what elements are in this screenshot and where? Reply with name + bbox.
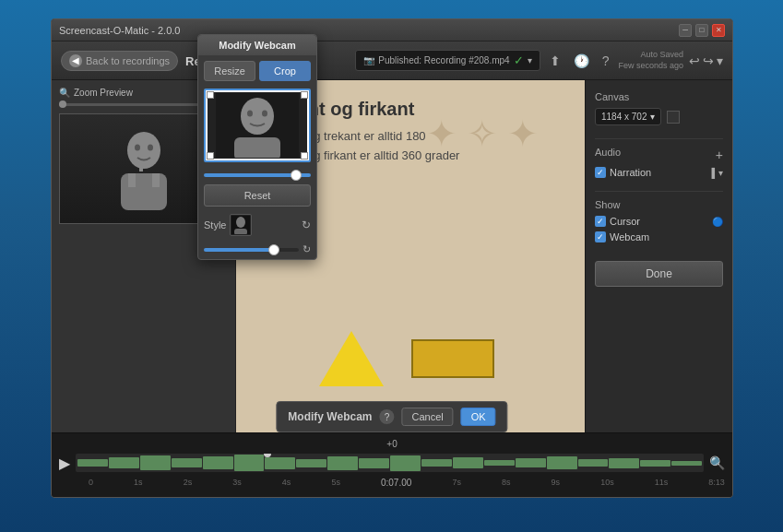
opacity-thumb	[268, 244, 279, 255]
canvas-control: 1184 x 702 ▾	[595, 108, 723, 125]
crop-handle-bl[interactable]	[207, 152, 214, 160]
ruler-mark-10s: 10s	[600, 478, 614, 488]
share-button[interactable]: ⬆	[546, 52, 564, 70]
ruler-mark-2s: 2s	[184, 478, 193, 488]
back-arrow-icon: ◀	[69, 54, 82, 67]
triangle-shape	[319, 331, 384, 386]
done-button[interactable]: Done	[595, 261, 723, 287]
wave-bar	[547, 456, 577, 469]
narration-checkbox[interactable]: ✓	[595, 167, 606, 178]
top-toolbar: ◀ Back to recordings Recording #208 📷 Pu…	[52, 41, 732, 80]
playback-controls: ▶	[52, 450, 732, 476]
webcam-row: ✓ Webcam	[595, 231, 723, 242]
svg-point-13	[236, 217, 245, 228]
published-label: Published: Recording #208.mp4	[378, 55, 509, 65]
style-label: Style	[204, 219, 226, 231]
timeline-ruler: 0 1s 2s 3s 4s 5s 0:07.00 7s 8s 9s 10s 11…	[52, 476, 732, 490]
wave-bar	[484, 460, 515, 466]
crop-tab[interactable]: Crop	[259, 61, 311, 81]
content-area: 🔍 Zoom Preview	[52, 80, 732, 432]
undo-redo-controls: ↩ ↪ ▾	[689, 53, 723, 68]
modify-webcam-dialog: Modify Webcam Resize Crop	[197, 34, 317, 260]
crop-slider-row	[198, 170, 316, 181]
narration-label: Narration	[610, 167, 705, 178]
add-audio-button[interactable]: +	[716, 148, 723, 162]
decorative-background: ✦ ✧ ✦	[426, 112, 539, 156]
window-controls: ─ □ ✕	[679, 24, 725, 37]
cursor-settings-icon[interactable]: 🔵	[712, 217, 723, 227]
bottom-dialog-bar: Modify Webcam ? Cancel OK	[276, 401, 507, 432]
ruler-mark-time: 0:07.00	[381, 478, 411, 488]
crop-handle-tr[interactable]	[301, 91, 308, 99]
redo-button[interactable]: ↪	[703, 53, 714, 68]
ruler-mark-7s: 7s	[452, 478, 461, 488]
ruler-mark-9s: 9s	[552, 478, 561, 488]
wave-bar	[516, 458, 546, 467]
help-button[interactable]: ?	[599, 52, 613, 70]
svg-point-0	[127, 132, 160, 169]
wave-bar	[77, 459, 108, 467]
ruler-mark-11s: 11s	[655, 478, 669, 488]
canvas-chevron-icon: ▾	[650, 112, 655, 122]
bottom-bar: +0 ▶	[52, 432, 732, 497]
wave-bar	[390, 455, 421, 471]
timeline-track[interactable]	[76, 454, 704, 472]
canvas-label: Canvas	[595, 91, 723, 102]
wave-bar	[609, 458, 639, 468]
crop-slider[interactable]	[204, 173, 311, 177]
minimize-button[interactable]: ─	[679, 24, 692, 37]
opacity-slider[interactable]	[204, 248, 299, 252]
person-avatar	[112, 127, 176, 210]
canvas-size-dropdown[interactable]: 1184 x 702 ▾	[595, 108, 661, 125]
dialog-title: Modify Webcam	[198, 35, 316, 55]
dialog-tabs: Resize Crop	[198, 55, 316, 81]
divider-1	[595, 138, 723, 139]
narration-expand-icon[interactable]: ▾	[718, 168, 723, 178]
canvas-checkbox[interactable]	[667, 111, 680, 124]
webcam-crop-preview	[204, 89, 311, 162]
expand-icon[interactable]: ▾	[717, 53, 723, 68]
wave-bar	[203, 456, 233, 469]
svg-rect-2	[128, 173, 136, 187]
camera-icon: 📷	[363, 55, 374, 65]
time-offset: +0	[386, 439, 397, 449]
resize-tab[interactable]: Resize	[204, 61, 255, 81]
ok-button[interactable]: OK	[461, 408, 496, 426]
crop-handle-tl[interactable]	[207, 91, 214, 99]
wave-bar	[359, 458, 389, 468]
webcam-label: Webcam	[610, 231, 723, 242]
svg-point-5	[148, 145, 153, 151]
audio-header: Audio +	[595, 147, 723, 163]
svg-rect-1	[121, 173, 167, 210]
timeline-zoom-icon[interactable]: 🔍	[709, 455, 725, 470]
zoom-label: Zoom Preview	[74, 88, 133, 98]
undo-button[interactable]: ↩	[689, 53, 700, 68]
maximize-button[interactable]: □	[695, 24, 708, 37]
cancel-button[interactable]: Cancel	[401, 408, 453, 426]
svg-rect-3	[152, 173, 160, 187]
style-thumbnail[interactable]	[230, 214, 252, 236]
svg-rect-14	[234, 229, 247, 234]
back-label: Back to recordings	[86, 55, 170, 66]
help-icon-button[interactable]: ?	[379, 409, 394, 424]
history-button[interactable]: 🕐	[570, 52, 593, 70]
crop-slider-thumb	[291, 170, 302, 181]
published-badge: 📷 Published: Recording #208.mp4 ✓ ▾	[355, 50, 540, 71]
close-button[interactable]: ✕	[712, 24, 725, 37]
narration-row: ✓ Narration ▐ ▾	[595, 167, 723, 178]
wave-bar	[296, 459, 326, 467]
reset-button[interactable]: Reset	[204, 184, 311, 207]
play-button[interactable]: ▶	[59, 455, 70, 472]
cursor-checkbox[interactable]: ✓	[595, 216, 606, 227]
style-refresh-icon[interactable]: ↻	[302, 219, 311, 231]
right-panel: Canvas 1184 x 702 ▾ Audio + ✓ Narrati	[585, 80, 732, 432]
chevron-down-icon[interactable]: ▾	[528, 55, 532, 65]
wave-bar	[671, 461, 702, 466]
audio-section: Audio + ✓ Narration ▐ ▾	[595, 147, 723, 178]
opacity-refresh-icon[interactable]: ↻	[303, 243, 311, 255]
webcam-checkbox[interactable]: ✓	[595, 231, 606, 242]
crop-handle-br[interactable]	[301, 152, 308, 160]
crop-handles[interactable]	[206, 90, 309, 160]
back-to-recordings-button[interactable]: ◀ Back to recordings	[61, 51, 178, 71]
auto-saved-status: Auto Saved Few seconds ago	[618, 50, 683, 71]
